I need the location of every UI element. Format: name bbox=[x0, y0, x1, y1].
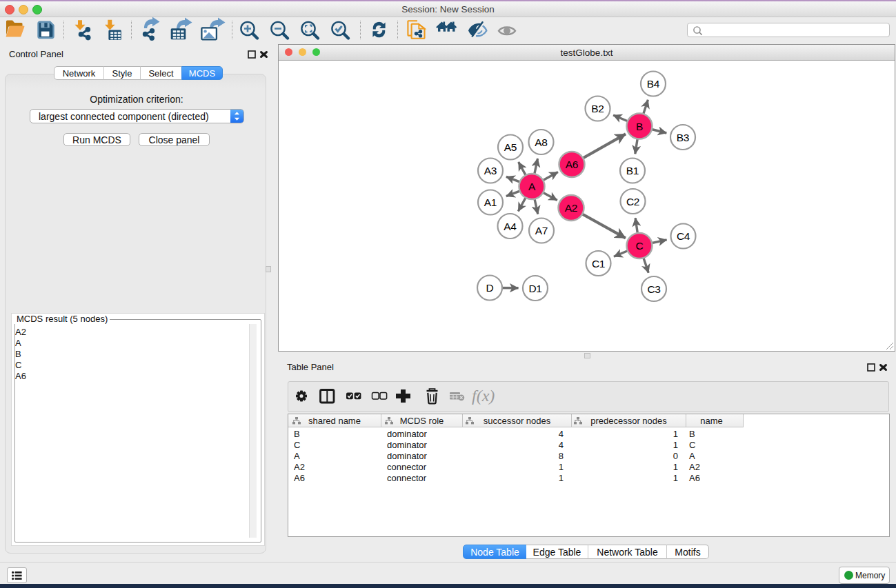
svg-text:D1: D1 bbox=[528, 283, 541, 294]
svg-text:B: B bbox=[636, 121, 643, 132]
svg-text:A3: A3 bbox=[484, 165, 497, 176]
svg-text:D: D bbox=[486, 282, 494, 294]
svg-text:C1: C1 bbox=[592, 258, 605, 270]
svg-text:A2: A2 bbox=[565, 202, 577, 214]
svg-text:B2: B2 bbox=[591, 103, 604, 114]
svg-text:A4: A4 bbox=[504, 221, 517, 232]
svg-text:A: A bbox=[528, 181, 536, 192]
svg-text:A5: A5 bbox=[504, 141, 517, 153]
svg-text:C: C bbox=[636, 240, 644, 252]
svg-text:C4: C4 bbox=[677, 230, 690, 242]
svg-text:B3: B3 bbox=[677, 132, 689, 143]
svg-text:A6: A6 bbox=[566, 159, 578, 170]
svg-text:B1: B1 bbox=[626, 165, 639, 176]
svg-text:B4: B4 bbox=[647, 78, 660, 90]
svg-text:A7: A7 bbox=[535, 225, 548, 236]
svg-text:C2: C2 bbox=[626, 196, 639, 207]
svg-text:f(x): f(x) bbox=[472, 387, 495, 405]
svg-text:C3: C3 bbox=[647, 283, 660, 295]
svg-text:A8: A8 bbox=[535, 136, 547, 148]
svg-text:A1: A1 bbox=[484, 196, 497, 208]
